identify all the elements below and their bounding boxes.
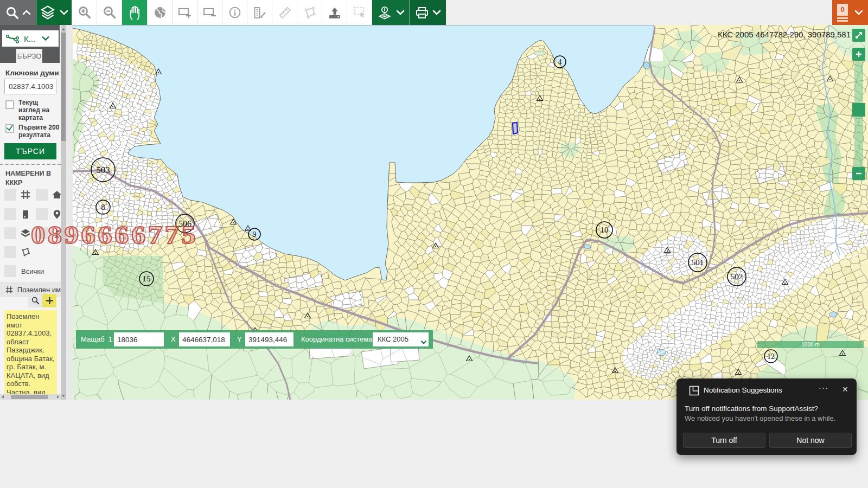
svg-text:15: 15	[143, 274, 151, 283]
svg-text:4: 4	[558, 58, 562, 66]
svg-text:9: 9	[253, 230, 257, 239]
svg-text:501: 501	[692, 258, 704, 267]
svg-text:10: 10	[601, 226, 609, 234]
svg-text:502: 502	[731, 272, 743, 281]
svg-text:8: 8	[101, 203, 105, 211]
svg-text:503: 503	[96, 165, 110, 175]
svg-text:12: 12	[767, 352, 775, 361]
